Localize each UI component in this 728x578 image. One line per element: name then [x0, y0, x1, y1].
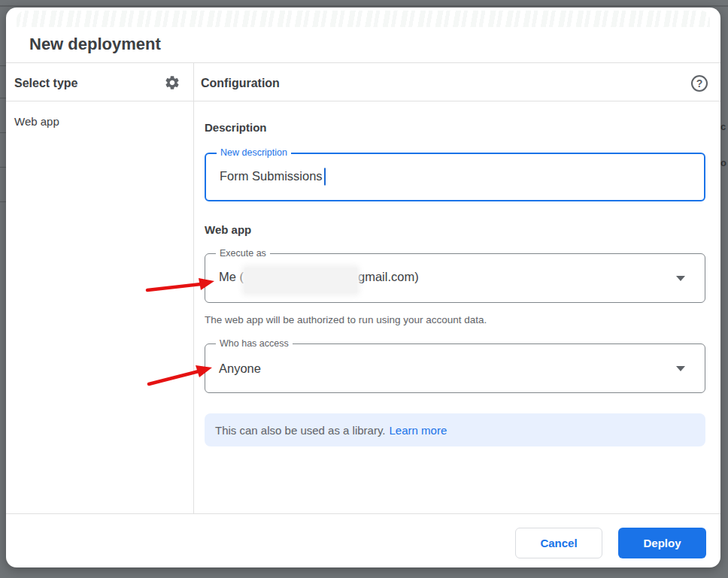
- background-row-divider: [0, 201, 6, 202]
- background-row-divider: [0, 65, 6, 66]
- background-text-fragment: c: [720, 121, 728, 135]
- description-input[interactable]: New description Form Submissions: [205, 153, 705, 201]
- library-note: This can also be used as a library. Lear…: [205, 413, 705, 446]
- execute-as-helper-text: The web app will be authorized to run us…: [205, 314, 487, 325]
- new-deployment-dialog: New deployment Select type Configuration…: [6, 8, 720, 567]
- sidebar-item-web-app[interactable]: Web app: [14, 115, 59, 128]
- caret-down-icon: [676, 366, 685, 371]
- learn-more-link[interactable]: Learn more: [390, 424, 447, 437]
- deploy-button[interactable]: Deploy: [618, 528, 706, 558]
- redacted-email-blur: [244, 268, 357, 293]
- caret-down-icon: [676, 276, 685, 281]
- description-input-label: New description: [217, 147, 291, 159]
- library-note-text: This can also be used as a library.: [215, 424, 386, 437]
- divider: [6, 101, 720, 101]
- screen: c o New deployment Select type Configura…: [0, 0, 728, 578]
- cancel-button[interactable]: Cancel: [515, 528, 602, 558]
- who-has-access-select[interactable]: Who has access Anyone: [205, 343, 705, 393]
- background-row-divider: [0, 167, 6, 168]
- help-button[interactable]: ?: [690, 74, 709, 93]
- description-heading: Description: [205, 121, 267, 134]
- gear-icon: [164, 74, 180, 93]
- background-text-fragment: o: [720, 157, 728, 171]
- description-input-value: Form Submissions: [220, 168, 326, 186]
- web-app-heading: Web app: [205, 223, 251, 236]
- dialog-title: New deployment: [29, 35, 161, 54]
- execute-as-select[interactable]: Execute as Me (gmail.com): [205, 253, 705, 303]
- who-has-access-value: Anyone: [219, 362, 261, 376]
- question-mark-icon: ?: [691, 75, 708, 92]
- select-type-settings-button[interactable]: [162, 74, 182, 93]
- execute-as-label: Execute as: [216, 247, 270, 260]
- divider: [6, 62, 720, 63]
- background-window-edge: [0, 5, 728, 7]
- panel-divider: [193, 63, 194, 513]
- background-row-divider: [0, 98, 6, 98]
- text-cursor: [324, 168, 326, 185]
- background-row-divider: [0, 132, 6, 133]
- configuration-header: Configuration: [201, 77, 280, 90]
- divider: [6, 513, 720, 514]
- select-type-header: Select type: [14, 77, 77, 90]
- execute-as-value: Me (gmail.com): [219, 265, 419, 291]
- who-has-access-label: Who has access: [216, 337, 293, 350]
